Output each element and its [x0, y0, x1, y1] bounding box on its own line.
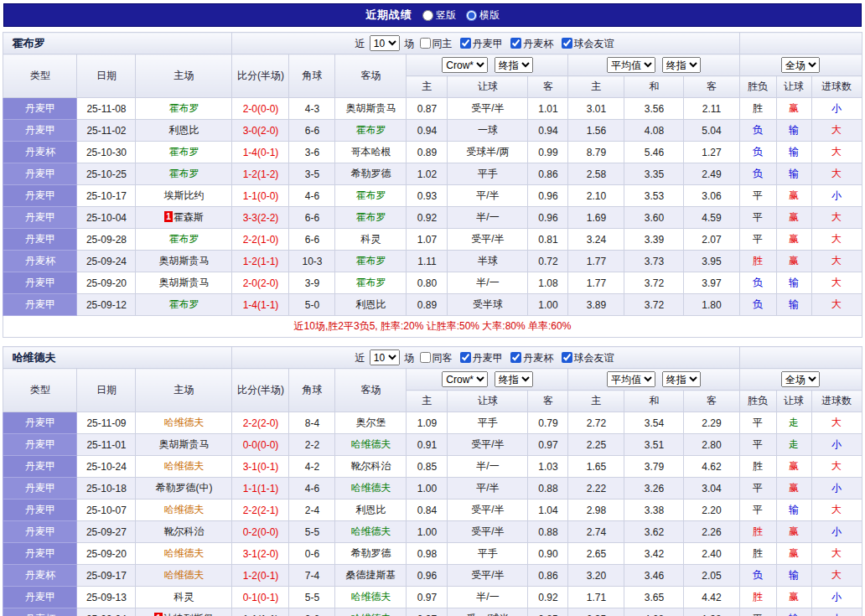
- recent-count-select[interactable]: 10: [370, 35, 400, 51]
- result-cell: 平: [739, 229, 776, 251]
- team-name-link[interactable]: 哈维德夫: [163, 569, 204, 581]
- europe-time-select[interactable]: 终指: [662, 57, 701, 73]
- team-name-link: 靴尔科治: [350, 460, 391, 472]
- asia-handicap: 半/一: [448, 272, 528, 294]
- team-name-link[interactable]: 哈维德夫: [350, 613, 391, 616]
- europe-home-odds: 1.77: [568, 251, 624, 272]
- filter-same-away[interactable]: 同客: [420, 352, 453, 364]
- filter-friendly-checkbox[interactable]: [562, 352, 572, 363]
- odds-company-select[interactable]: Crow*: [442, 371, 488, 387]
- team-name-link[interactable]: 哈维德夫: [163, 417, 204, 428]
- team-name-link[interactable]: 霍布罗: [168, 168, 199, 179]
- team-name-link[interactable]: 霍布罗: [355, 255, 386, 267]
- asia-home-odds: 1.09: [407, 412, 448, 434]
- europe-home-odds: 3.89: [568, 294, 624, 316]
- layout-radio-horizontal[interactable]: [466, 10, 477, 21]
- team-name-link: 奥胡斯贵马: [158, 255, 209, 267]
- team-name: 霍布罗: [3, 33, 232, 54]
- date-cell: 25-09-27: [77, 521, 136, 543]
- odds-time-select[interactable]: 终指: [495, 371, 533, 387]
- europe-away-odds: 3.97: [684, 272, 739, 294]
- team-name-link[interactable]: 哈维德夫: [350, 591, 391, 603]
- match-row: 丹麦甲25-10-25霍布罗1-2(1-2)3-5希勒罗德1.02平手0.862…: [3, 163, 862, 185]
- col-score: 比分(半场): [232, 54, 289, 98]
- match-row: 丹麦甲25-11-02利恩比3-0(2-0)6-6霍布罗0.94一球0.941.…: [3, 120, 862, 142]
- team-name-link[interactable]: 哈维德夫: [163, 547, 204, 559]
- corner-cell: 4-3: [289, 98, 335, 120]
- team-name-link[interactable]: 哈维德夫: [350, 482, 391, 494]
- home-team-cell: 奥胡斯贵马: [136, 434, 232, 456]
- filter-cup[interactable]: 丹麦杯: [510, 38, 553, 49]
- europe-home-odds: 8.79: [568, 142, 624, 163]
- filter-same-home[interactable]: 同主: [420, 38, 453, 49]
- away-team-cell: 霍布罗: [335, 272, 407, 294]
- filter-friendly[interactable]: 球会友谊: [562, 38, 614, 49]
- asia-handicap: 受平/半: [448, 229, 528, 251]
- europe-home-odds: 2.98: [568, 500, 624, 521]
- team-name-link[interactable]: 哈维德夫: [350, 438, 391, 450]
- filter-same-home-checkbox[interactable]: [420, 38, 431, 49]
- team-name-link[interactable]: 霍布罗: [168, 146, 199, 158]
- corner-cell: 3-6: [289, 142, 335, 163]
- team-name-link[interactable]: 霍布罗: [355, 211, 386, 223]
- team-name-link[interactable]: 霍布罗: [355, 124, 386, 136]
- team-name-link[interactable]: 霍布罗: [355, 277, 386, 288]
- filter-league[interactable]: 丹麦甲: [460, 38, 503, 49]
- date-cell: 25-10-18: [77, 478, 136, 500]
- filter-cup-checkbox[interactable]: [510, 38, 521, 49]
- filter-cup-label: 丹麦杯: [523, 38, 553, 49]
- europe-avg-select[interactable]: 平均值: [607, 371, 655, 387]
- filter-cup[interactable]: 丹麦杯: [510, 352, 553, 364]
- handicap-result-cell: 输: [776, 163, 811, 185]
- odds-time-select[interactable]: 终指: [495, 57, 533, 73]
- league-cell: 丹麦甲: [3, 456, 77, 478]
- handicap-result-cell: 赢: [776, 456, 811, 478]
- team-header-row: 哈维德夫 近 10 场 同客 丹麦甲 丹麦杯 球会友谊: [3, 347, 862, 369]
- match-rows: 丹麦甲25-11-09哈维德夫2-2(2-0)8-4奥尔堡1.09平手0.792…: [3, 412, 862, 616]
- asia-away-odds: 1.04: [528, 500, 568, 521]
- away-team-cell: 哈维德夫: [335, 434, 407, 456]
- asia-away-odds: 0.86: [528, 163, 568, 185]
- europe-draw-odds: 3.38: [624, 500, 684, 521]
- team-name-link[interactable]: 霍布罗: [168, 298, 199, 310]
- league-cell: 丹麦甲: [3, 294, 77, 316]
- europe-away-odds: 1.80: [684, 294, 739, 316]
- league-cell: 丹麦甲: [3, 163, 77, 185]
- team-name-link[interactable]: 霍布罗: [355, 189, 386, 201]
- col-home: 主场: [136, 54, 232, 98]
- europe-away-odds: 2.07: [684, 229, 739, 251]
- asia-away-odds: 1.03: [528, 456, 568, 478]
- league-cell: 丹麦甲: [3, 185, 77, 207]
- asia-handicap: 受平/半: [448, 565, 528, 587]
- col-eu-draw: 和: [624, 76, 684, 98]
- team-name-link[interactable]: 霍布罗: [168, 233, 199, 245]
- scope-select[interactable]: 全场: [781, 57, 820, 73]
- scope-select[interactable]: 全场: [781, 371, 820, 387]
- layout-radio-vertical[interactable]: [422, 10, 433, 21]
- europe-avg-select[interactable]: 平均值: [607, 57, 655, 73]
- filter-league-checkbox[interactable]: [460, 38, 471, 49]
- col-score: 比分(半场): [232, 369, 289, 412]
- filter-same-away-checkbox[interactable]: [420, 352, 431, 363]
- layout-option-vertical[interactable]: 竖版: [422, 8, 456, 23]
- filter-friendly-checkbox[interactable]: [562, 38, 572, 49]
- filter-league-checkbox[interactable]: [460, 352, 471, 363]
- filter-league[interactable]: 丹麦甲: [460, 352, 503, 364]
- europe-draw-odds: 3.65: [624, 587, 684, 608]
- team-name-link[interactable]: 霍布罗: [168, 102, 199, 114]
- team-name-link[interactable]: 哈维德夫: [350, 525, 391, 537]
- team-name-link[interactable]: 哈维德夫: [163, 504, 204, 515]
- odds-company-select[interactable]: Crow*: [442, 57, 488, 73]
- match-row: 丹麦甲25-10-041霍森斯3-3(2-2)6-6霍布罗0.92半/一0.96…: [3, 207, 862, 229]
- filter-cup-checkbox[interactable]: [510, 352, 521, 363]
- team-name-link[interactable]: 哈维德夫: [163, 460, 204, 472]
- recent-pre-label: 近: [355, 352, 365, 364]
- recent-count-select[interactable]: 10: [370, 349, 400, 365]
- score-cell: 2-2(2-0): [232, 412, 289, 434]
- away-team-cell: 希勒罗德: [335, 163, 407, 185]
- recent-pre-label: 近: [355, 38, 365, 49]
- europe-time-select[interactable]: 终指: [662, 371, 701, 387]
- layout-option-horizontal[interactable]: 横版: [466, 8, 500, 23]
- result-cell: 胜: [739, 543, 776, 565]
- filter-friendly[interactable]: 球会友谊: [562, 352, 614, 364]
